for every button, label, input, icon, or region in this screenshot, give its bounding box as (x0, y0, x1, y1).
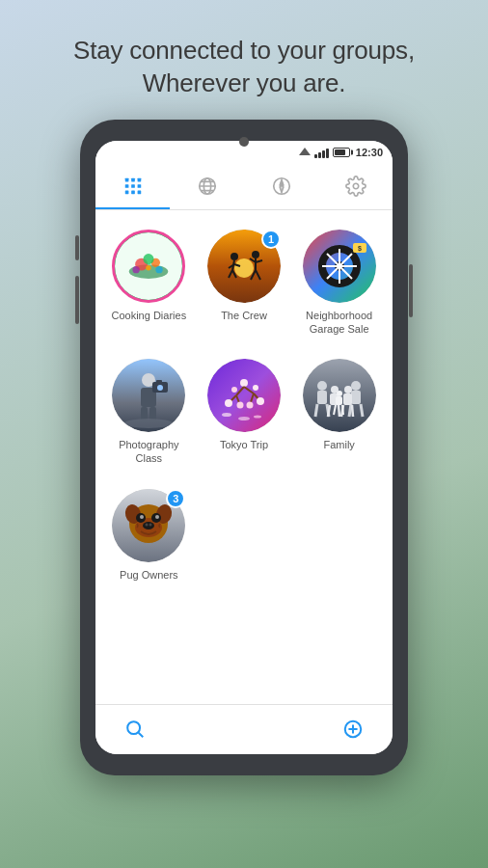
svg-point-68 (236, 402, 243, 409)
groups-scroll[interactable]: Cooking Diaries (95, 210, 393, 704)
battery-icon (333, 148, 350, 157)
group-item-tokyo-trip[interactable]: Tokyo Trip (197, 349, 292, 479)
svg-rect-82 (351, 391, 361, 404)
tab-compass[interactable] (244, 164, 318, 209)
svg-point-89 (344, 386, 352, 393)
tokyo-trip-image (207, 359, 281, 432)
svg-text:$: $ (358, 245, 362, 253)
bottom-bar (95, 704, 393, 754)
svg-rect-1 (124, 178, 128, 182)
settings-icon (345, 176, 366, 197)
globe-icon (197, 176, 218, 197)
phone-camera (239, 137, 249, 147)
garage-sale-image: $ (303, 230, 376, 303)
svg-point-18 (353, 183, 359, 189)
svg-point-26 (147, 265, 152, 271)
group-avatar-family (303, 359, 376, 432)
power-button (409, 264, 413, 317)
svg-rect-2 (131, 178, 135, 182)
svg-point-74 (254, 416, 261, 419)
add-group-button[interactable] (342, 719, 364, 740)
svg-line-83 (349, 404, 351, 417)
group-name-pug-owners: Pug Owners (120, 568, 178, 582)
photography-class-image (112, 359, 185, 432)
svg-point-109 (127, 721, 140, 734)
group-item-photography-class[interactable]: Photography Class (101, 349, 197, 479)
svg-point-29 (230, 253, 238, 260)
group-item-family[interactable]: Family (291, 349, 387, 479)
grid-icon (122, 176, 144, 197)
svg-marker-0 (299, 148, 311, 155)
group-name-garage-sale: Neighborhood Garage Sale (301, 309, 378, 337)
group-name-the-crew: The Crew (221, 309, 267, 322)
tab-grid[interactable] (95, 164, 170, 209)
group-item-pug-owners[interactable]: 3 Pug Owners (101, 479, 197, 595)
svg-point-75 (238, 417, 250, 420)
svg-rect-7 (124, 191, 128, 195)
svg-line-84 (361, 404, 363, 417)
tagline: Stay connected to your groups,Wherever y… (35, 0, 453, 120)
svg-rect-54 (156, 380, 162, 384)
tab-globe[interactable] (170, 164, 244, 209)
badge-pug-owners: 3 (166, 489, 185, 508)
volume-buttons (75, 235, 79, 324)
svg-point-108 (149, 523, 152, 526)
nav-tabs (95, 164, 393, 210)
svg-rect-8 (131, 191, 135, 195)
group-avatar-photography-class (112, 359, 185, 432)
svg-rect-94 (336, 396, 342, 405)
group-avatar-wrap-cooking-diaries (112, 230, 185, 303)
svg-point-25 (156, 266, 163, 273)
svg-point-72 (253, 385, 258, 391)
family-image (303, 359, 376, 432)
svg-rect-5 (131, 184, 135, 188)
group-avatar-cooking-diaries (112, 230, 185, 303)
group-avatar-garage-sale: $ (303, 230, 376, 303)
tab-settings[interactable] (318, 164, 393, 209)
group-avatar-wrap-pug-owners: 3 (112, 489, 185, 562)
group-item-garage-sale[interactable]: $ Neighborhood Garage Sale (291, 220, 387, 350)
group-avatar-wrap-garage-sale: $ (303, 230, 376, 303)
svg-point-93 (337, 391, 342, 396)
group-name-photography-class: Photography Class (110, 438, 187, 466)
group-avatar-tokyo-trip (207, 359, 281, 432)
svg-line-88 (339, 405, 339, 417)
svg-rect-4 (124, 184, 128, 188)
group-item-the-crew[interactable]: 1 The Crew (197, 220, 292, 350)
svg-point-60 (240, 379, 248, 387)
svg-rect-9 (137, 191, 141, 195)
svg-marker-17 (280, 185, 284, 192)
svg-point-77 (317, 381, 327, 391)
svg-point-58 (124, 419, 173, 428)
svg-point-59 (207, 359, 281, 432)
group-item-cooking-diaries[interactable]: Cooking Diaries (101, 220, 197, 350)
group-name-cooking-diaries: Cooking Diaries (112, 309, 187, 322)
svg-point-104 (140, 515, 144, 519)
group-name-family: Family (323, 438, 354, 451)
search-button[interactable] (124, 719, 146, 740)
group-name-tokyo-trip: Tokyo Trip (220, 438, 268, 451)
svg-point-28 (234, 258, 254, 278)
svg-rect-56 (141, 407, 148, 420)
svg-point-35 (252, 251, 259, 258)
svg-line-96 (342, 405, 343, 415)
svg-rect-78 (317, 391, 327, 404)
group-avatar-wrap-family (303, 359, 376, 432)
group-avatar-wrap-the-crew: 1 (207, 230, 281, 303)
svg-rect-6 (137, 184, 141, 188)
cooking-diaries-image (115, 232, 182, 300)
badge-the-crew: 1 (261, 230, 281, 249)
svg-point-81 (351, 381, 361, 391)
search-icon (124, 719, 146, 740)
add-icon (342, 719, 364, 740)
svg-rect-57 (149, 407, 156, 420)
svg-point-23 (144, 254, 154, 264)
svg-line-92 (352, 405, 353, 417)
phone-screen: 12:30 (95, 141, 393, 754)
phone-frame: 12:30 (80, 120, 408, 775)
signal-icon (299, 148, 311, 157)
svg-line-110 (139, 733, 144, 738)
compass-icon (271, 176, 292, 197)
svg-point-55 (157, 385, 163, 391)
signal-bars (314, 147, 329, 158)
